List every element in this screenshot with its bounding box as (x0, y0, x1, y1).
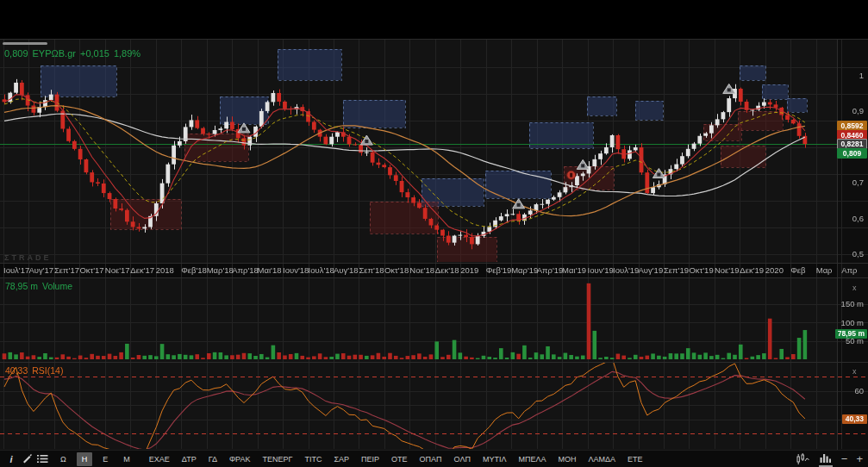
ticker-readout: 0,809ΕΥΡΩΒ.gr+0,0151,89% (4, 48, 145, 59)
time-axis-label: Δεκ'19 (740, 265, 764, 275)
symbol-button-ΕΧΑΕ[interactable]: ΕΧΑΕ (144, 452, 175, 466)
time-axis-label: Αυγ'19 (639, 265, 664, 275)
time-axis-label: Αυγ'17 (28, 265, 53, 275)
time-axis-label: Ιουλ'17 (3, 265, 29, 275)
timeframe-button-Ω[interactable]: Ω (55, 452, 72, 466)
price-axis-label: 0,5 (852, 249, 864, 258)
symbol-button-ΜΟΗ[interactable]: ΜΟΗ (553, 452, 581, 466)
time-axis-label: Φεβ'19 (486, 265, 512, 275)
rsi-pane-close-icon[interactable]: x (852, 368, 857, 376)
candlestick-chart-icon[interactable] (796, 452, 810, 466)
time-axis-label: Ιουν'19 (588, 265, 614, 275)
volume-axis-label: 100 m (841, 318, 864, 327)
symbol-button-ΠΕΙΡ[interactable]: ΠΕΙΡ (356, 452, 384, 466)
symbol-button-ΕΤΕ[interactable]: ΕΤΕ (622, 452, 648, 466)
rsi-pane-label: 40,33RSI(14) (5, 365, 67, 376)
draw-pencil-icon[interactable] (19, 452, 34, 466)
symbol-button-ΛΑΜΔΑ[interactable]: ΛΑΜΔΑ (583, 452, 621, 466)
time-axis-label: Δεκ'17 (130, 265, 154, 275)
volume-pane-label: 78,95 mVolume (5, 281, 77, 291)
time-axis-label: Μαρ'19 (511, 265, 538, 275)
time-axis-label: Οκτ'19 (689, 265, 713, 275)
time-axis-label: Απρ (841, 265, 857, 275)
time-axis-label: Φεβ (790, 265, 805, 275)
time-axis-label: 2020 (765, 265, 784, 275)
price-axis-label: 0,9 (852, 106, 864, 115)
symbol-buttons: ΕΧΑΕΔΤΡΓΔΦΡΑΚΤΕΝΕΡΓΤΙΤCΣΑΡΠΕΙΡΟΤΕΟΠΑΠΟΛΠ… (144, 452, 650, 466)
volume-pane-close-icon[interactable]: x (852, 284, 857, 292)
rsi-value-badge: 40,33 (842, 414, 867, 424)
time-axis-label: Νοε'18 (409, 265, 434, 275)
time-axis-label: Μαρ (816, 265, 833, 275)
symbol-button-ΤΙΤC[interactable]: ΤΙΤC (299, 452, 327, 466)
chart-canvas[interactable] (0, 0, 868, 467)
ticker-change-pct: 1,89% (114, 48, 141, 59)
time-axis-label: Νοε'17 (105, 265, 130, 275)
price-axis-label: 0,7 (852, 177, 864, 187)
time-axis-label: Ιουλ'18 (309, 265, 334, 275)
volume-axis-label: 150 m (841, 299, 864, 308)
volume-indicator-name: Volume (42, 281, 72, 291)
symbol-button-ΤΕΝΕΡΓ[interactable]: ΤΕΝΕΡΓ (257, 452, 297, 466)
bottom-toolbar: i ΩΗΕΜ ΕΧΑΕΔΤΡΓΔΦΡΑΚΤΕΝΕΡΓΤΙΤCΣΑΡΠΕΙΡΟΤΕ… (0, 450, 868, 467)
time-axis-label: Δεκ'18 (435, 265, 459, 275)
rsi-axis-label: 60 (854, 386, 864, 395)
time-axis-label: Οκτ'17 (79, 265, 103, 275)
volume-histogram-icon[interactable] (819, 451, 833, 467)
symbol-button-ΟΠΑΠ[interactable]: ΟΠΑΠ (415, 452, 447, 466)
timeframe-buttons: ΩΗΕΜ (55, 452, 141, 466)
symbol-button-ΟΛΠ[interactable]: ΟΛΠ (449, 452, 476, 466)
symbol-button-ΦΡΑΚ[interactable]: ΦΡΑΚ (224, 452, 256, 466)
time-axis-label: Μαι'19 (562, 265, 586, 275)
toolbar-right-controls: − + (796, 451, 863, 467)
trading-app-window: 0,809ΕΥΡΩΒ.gr+0,0151,89% ΣTRADE 10,90,70… (0, 0, 868, 467)
ticker-last-price: 0,809 (4, 48, 28, 59)
time-axis-label: Οκτ'18 (384, 265, 409, 275)
ticker-symbol: ΕΥΡΩΒ.gr (33, 48, 76, 59)
time-axis-label: 2019 (460, 265, 478, 275)
symbol-button-ΓΔ[interactable]: ΓΔ (203, 452, 222, 466)
symbol-button-ΔΤΡ[interactable]: ΔΤΡ (177, 452, 202, 466)
time-axis-label: Απρ'19 (537, 265, 564, 275)
chart-scrollbar[interactable] (3, 42, 47, 45)
time-axis-label: Αυγ'18 (334, 265, 359, 275)
time-axis-label: Νοε'19 (715, 265, 740, 275)
timeframe-button-Η[interactable]: Η (77, 452, 93, 466)
indicator-list-icon[interactable] (34, 452, 50, 466)
time-axis-label: Ιουλ'19 (613, 265, 639, 275)
rsi-last-value: 40,33 (5, 365, 28, 376)
time-axis-label: Σεπ'19 (664, 265, 689, 275)
symbol-button-ΟΤΕ[interactable]: ΟΤΕ (386, 452, 413, 466)
rsi-indicator-name: RSI(14) (32, 365, 63, 376)
zoom-in-button[interactable]: + (856, 453, 863, 465)
time-axis-label: Μαι'18 (258, 265, 282, 275)
price-axis-label: 1 (859, 71, 864, 80)
zoom-out-button[interactable]: − (841, 453, 848, 465)
symbol-button-ΜΥΤΙΛ[interactable]: ΜΥΤΙΛ (478, 452, 512, 466)
time-axis-label: Φεβ'18 (181, 265, 207, 275)
time-axis-label: Ιουν'18 (283, 265, 309, 275)
volume-value-badge: 78,95 m (835, 329, 867, 339)
timeframe-button-Ε[interactable]: Ε (97, 452, 113, 466)
time-axis-label: Μαρ'18 (207, 265, 234, 275)
time-axis-label: Σεπ'18 (359, 265, 384, 275)
time-axis-label: Απρ'18 (232, 265, 259, 275)
symbol-button-ΣΑΡ[interactable]: ΣΑΡ (328, 452, 354, 466)
info-icon[interactable]: i (3, 452, 19, 466)
price-level-badge: 0,809 (837, 148, 867, 159)
time-axis-label: 2018 (156, 265, 174, 275)
volume-last-value: 78,95 m (5, 281, 38, 291)
platform-watermark: ΣTRADE (4, 253, 51, 262)
symbol-button-ΜΠΕΛΑ[interactable]: ΜΠΕΛΑ (513, 452, 551, 466)
timeframe-button-Μ[interactable]: Μ (118, 452, 135, 466)
time-axis-label: Σεπ'17 (54, 265, 79, 275)
ticker-change: +0,015 (80, 48, 109, 59)
price-axis-label: 0,6 (852, 214, 864, 223)
